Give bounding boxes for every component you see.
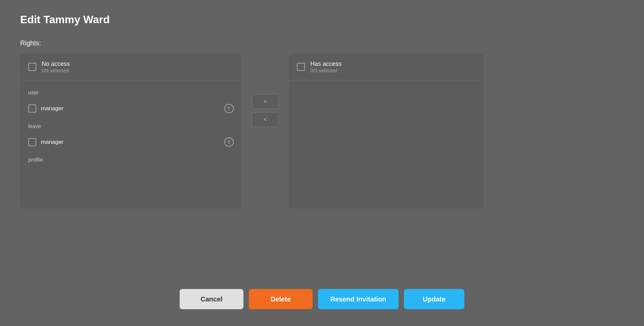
no-access-title: No access	[42, 60, 70, 68]
group-leave-label: leave	[28, 119, 234, 131]
no-access-body: user manager ? leave manager ? profile	[20, 80, 242, 168]
modal-title: Edit Tammy Ward	[20, 13, 624, 26]
delete-button[interactable]: Delete	[249, 289, 313, 309]
has-access-panel: Has access 0/0 selected	[289, 54, 484, 208]
leave-manager-name: manager	[41, 139, 220, 146]
leave-manager-help-icon[interactable]: ?	[224, 137, 234, 147]
no-access-select-all-checkbox[interactable]	[28, 63, 36, 71]
update-button[interactable]: Update	[404, 289, 464, 309]
transfer-backward-button[interactable]: <	[252, 112, 279, 127]
transfer-buttons-area: > <	[248, 87, 282, 134]
modal-footer: Cancel Delete Resend Invitation Update	[20, 279, 624, 313]
has-access-title: Has access	[310, 60, 341, 68]
user-manager-checkbox[interactable]	[28, 105, 36, 113]
transfer-forward-button[interactable]: >	[252, 94, 279, 109]
rights-container: No access 0/9 selected user manager ? le…	[20, 54, 624, 279]
cancel-button[interactable]: Cancel	[180, 289, 243, 309]
group-user-label: user	[28, 86, 234, 98]
has-access-select-all-checkbox[interactable]	[297, 63, 305, 71]
resend-invitation-button[interactable]: Resend Invitation	[318, 289, 399, 309]
user-manager-row: manager ?	[28, 100, 234, 117]
has-access-count: 0/0 selected	[310, 68, 341, 73]
group-profile-label: profile	[28, 153, 234, 163]
has-access-panel-header: Has access 0/0 selected	[289, 54, 484, 80]
user-manager-help-icon[interactable]: ?	[224, 104, 234, 113]
no-access-panel: No access 0/9 selected user manager ? le…	[20, 54, 242, 208]
user-manager-name: manager	[41, 105, 220, 112]
modal-overlay: Edit Tammy Ward Rights: No access 0/9 se…	[0, 0, 644, 326]
rights-label: Rights:	[20, 39, 624, 47]
no-access-count: 0/9 selected	[42, 68, 70, 73]
has-access-body	[289, 80, 484, 91]
leave-manager-row: manager ?	[28, 134, 234, 150]
no-access-panel-header: No access 0/9 selected	[20, 54, 242, 80]
leave-manager-checkbox[interactable]	[28, 138, 36, 146]
